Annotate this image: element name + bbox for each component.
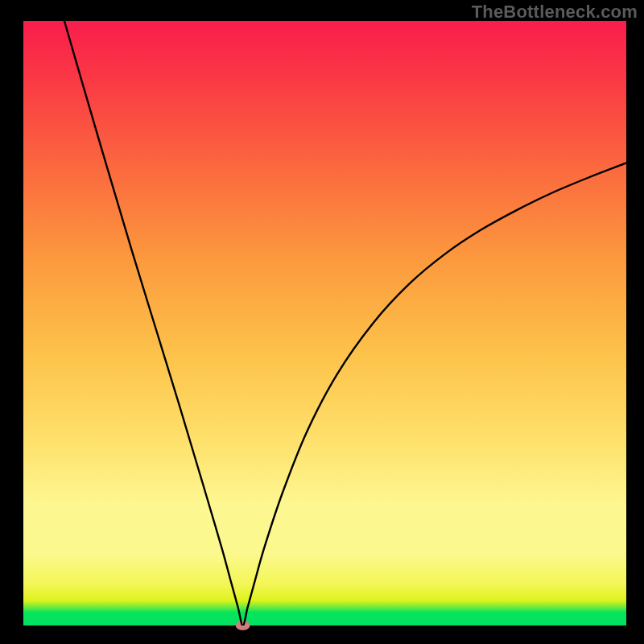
chart-plot-bg [23,21,626,625]
bottleneck-chart [0,0,644,644]
chart-frame: TheBottleneck.com [0,0,644,644]
